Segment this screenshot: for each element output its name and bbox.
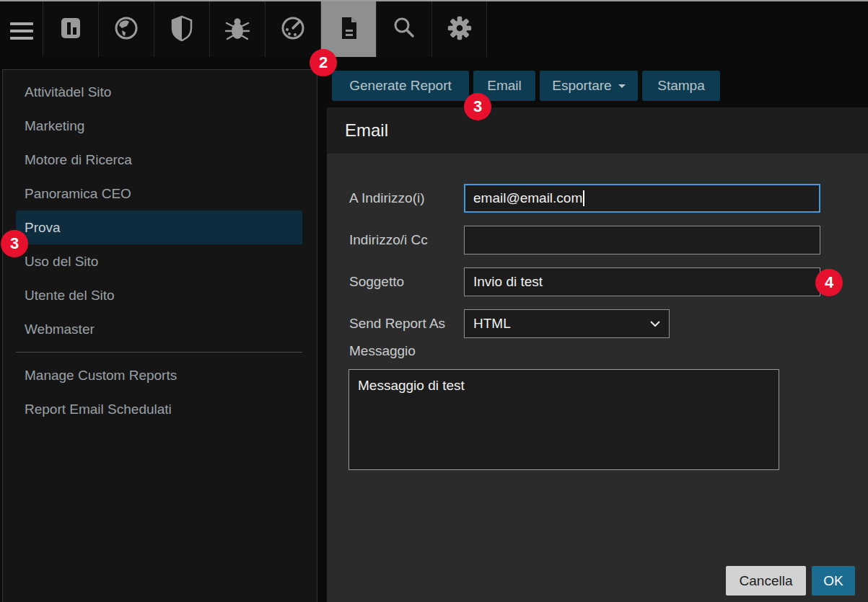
subject-input[interactable]: Invio di test (464, 267, 820, 296)
sidebar-item-attivita-del-sito[interactable]: Attivitàdel Sito (3, 75, 317, 109)
tab-performance[interactable] (265, 1, 320, 57)
message-value: Messaggio di test (358, 378, 465, 393)
chevron-down-icon (618, 84, 626, 92)
cc-address-label: Indirizzo/i Cc (349, 226, 428, 254)
export-button-label: Esportare (552, 78, 611, 94)
to-address-label: A Indirizzo(i) (349, 184, 425, 213)
export-button[interactable]: Esportare (540, 71, 638, 101)
send-report-as-label: Send Report As (349, 309, 445, 338)
subject-value: Invio di test (473, 274, 543, 290)
sidebar-item-webmaster[interactable]: Webmaster (3, 312, 317, 346)
step-badge-3-email: 3 (464, 93, 491, 120)
menu-icon[interactable] (10, 22, 33, 40)
send-report-as-value: HTML (473, 316, 511, 332)
tab-custom-reports[interactable] (320, 1, 376, 57)
step-badge-3-sidebar: 3 (1, 230, 28, 257)
message-textarea[interactable]: Messaggio di test (348, 369, 779, 470)
text-cursor (583, 190, 584, 206)
tab-settings[interactable] (431, 1, 487, 57)
globe-icon (113, 14, 140, 45)
bug-icon (224, 14, 251, 45)
chevron-down-icon (650, 320, 660, 327)
report-list-sidebar: Attivitàdel Sito Marketing Motore di Ric… (2, 69, 317, 602)
sidebar-item-manage-custom-reports[interactable]: Manage Custom Reports (3, 358, 317, 392)
search-icon (390, 14, 418, 45)
sidebar-item-report-email-schedulati[interactable]: Report Email Schedulati (3, 392, 317, 426)
cc-address-input[interactable] (464, 226, 820, 254)
sidebar-item-motore-di-ricerca[interactable]: Motore di Ricerca (3, 143, 317, 177)
generate-report-button[interactable]: Generate Report (332, 71, 469, 101)
ok-button[interactable]: OK (812, 566, 855, 596)
step-badge-4: 4 (815, 269, 843, 296)
report-actions-toolbar: Generate Report Email Esportare Stampa (332, 71, 720, 101)
tab-web[interactable] (98, 1, 154, 57)
cancel-button[interactable]: Cancella (726, 566, 806, 596)
to-address-input[interactable]: email@email.com (464, 184, 820, 213)
sidebar-divider (16, 352, 302, 353)
print-button[interactable]: Stampa (642, 71, 720, 101)
sidebar-item-uso-del-sito[interactable]: Uso del Sito (3, 244, 317, 278)
sidebar-item-marketing[interactable]: Marketing (3, 109, 317, 143)
gear-icon (446, 14, 473, 45)
email-dialog: Email A Indirizzo(i) email@email.com Ind… (327, 107, 868, 602)
email-dialog-header: Email (327, 107, 868, 154)
to-address-value: email@email.com (473, 190, 582, 206)
subject-label: Soggetto (349, 267, 404, 296)
document-icon (335, 14, 362, 45)
tab-security[interactable] (154, 1, 209, 57)
tab-search[interactable] (376, 1, 431, 57)
tab-reports[interactable] (43, 1, 98, 57)
sidebar-item-prova[interactable]: Prova (16, 211, 302, 244)
gauge-icon (279, 14, 307, 45)
sidebar-item-utente-del-sito[interactable]: Utente del Sito (3, 278, 317, 312)
shield-icon (168, 14, 196, 45)
app-window: Attivitàdel Sito Marketing Motore di Ric… (0, 0, 868, 602)
email-dialog-title: Email (327, 107, 868, 154)
message-label: Messaggio (349, 342, 416, 360)
window-top-border (0, 0, 868, 1)
send-report-as-select[interactable]: HTML (464, 309, 670, 338)
toolbar (43, 1, 487, 57)
step-badge-2: 2 (310, 49, 337, 76)
tab-bugs[interactable] (209, 1, 265, 57)
bar-chart-icon (57, 14, 84, 45)
sidebar-item-panoramica-ceo[interactable]: Panoramica CEO (3, 177, 317, 211)
